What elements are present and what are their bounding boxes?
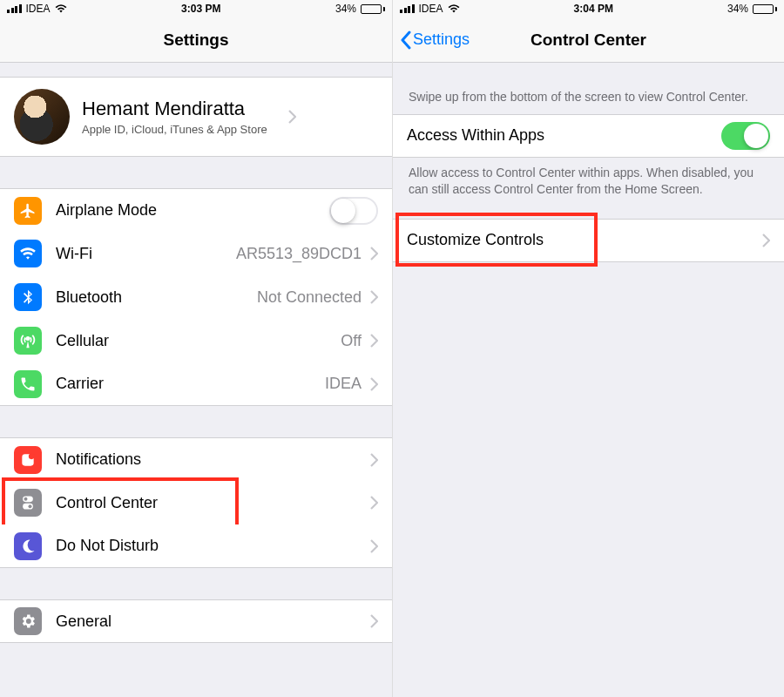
carrier-row[interactable]: Carrier IDEA (0, 362, 392, 406)
signal-icon (400, 4, 415, 13)
svg-point-3 (24, 497, 28, 501)
chevron-right-icon (762, 233, 770, 247)
chevron-right-icon (288, 110, 296, 124)
status-carrier: IDEA (26, 3, 51, 15)
cellular-label: Cellular (56, 332, 109, 350)
profile-subtitle-label: Apple ID, iCloud, iTunes & App Store (82, 123, 267, 136)
phone-icon (14, 370, 42, 398)
nav-bar: Settings Control Center (393, 17, 784, 63)
general-label: General (56, 612, 112, 631)
status-carrier: IDEA (419, 3, 443, 15)
status-battery-pct: 34% (727, 3, 748, 15)
status-bar: IDEA 3:03 PM 34% (0, 0, 392, 17)
status-time: 3:03 PM (67, 3, 335, 15)
airplane-label: Airplane Mode (56, 201, 157, 220)
control-center-icon (14, 489, 42, 517)
battery-icon (753, 4, 777, 14)
cellular-row[interactable]: Cellular Off (0, 319, 392, 362)
nav-title: Settings (0, 30, 392, 50)
bluetooth-row[interactable]: Bluetooth Not Connected (0, 275, 392, 319)
airplane-mode-row[interactable]: Airplane Mode (0, 188, 392, 232)
access-footer-note: Allow access to Control Center within ap… (393, 158, 784, 208)
avatar (14, 89, 70, 145)
wifi-row[interactable]: Wi-Fi AR5513_89DCD1 (0, 232, 392, 275)
status-battery-pct: 34% (335, 3, 356, 15)
back-label: Settings (413, 30, 470, 49)
carrier-label: Carrier (56, 375, 104, 393)
customize-label: Customize Controls (407, 231, 544, 249)
wifi-label: Wi-Fi (56, 245, 92, 263)
settings-screen: IDEA 3:03 PM 34% Settings Hemant Mendira… (0, 0, 392, 697)
chevron-right-icon (370, 496, 378, 510)
signal-icon (7, 4, 22, 13)
battery-icon (361, 4, 385, 14)
control-center-row[interactable]: Control Center (0, 481, 392, 524)
cellular-value: Off (341, 332, 362, 350)
status-time: 3:04 PM (460, 3, 727, 15)
chevron-left-icon (400, 30, 411, 50)
status-bar: IDEA 3:04 PM 34% (393, 0, 784, 17)
gear-icon (14, 607, 42, 635)
apple-id-row[interactable]: Hemant Mendiratta Apple ID, iCloud, iTun… (0, 77, 392, 157)
notifications-label: Notifications (56, 450, 141, 469)
wifi-icon (448, 3, 460, 14)
carrier-value: IDEA (325, 375, 362, 393)
chevron-right-icon (370, 453, 378, 467)
chevron-right-icon (370, 290, 378, 304)
control-center-screen: IDEA 3:04 PM 34% Settings Control Center… (392, 0, 784, 697)
notifications-icon (14, 446, 42, 474)
chevron-right-icon (370, 614, 378, 628)
dnd-label: Do Not Disturb (56, 537, 159, 555)
nav-bar: Settings (0, 17, 392, 63)
wifi-value: AR5513_89DCD1 (236, 245, 362, 263)
bluetooth-value: Not Connected (257, 288, 362, 307)
chevron-right-icon (370, 334, 378, 348)
chevron-right-icon (370, 247, 378, 261)
cellular-icon (14, 327, 42, 355)
access-toggle[interactable] (721, 122, 770, 150)
chevron-right-icon (370, 377, 378, 391)
general-row[interactable]: General (0, 599, 392, 643)
moon-icon (14, 532, 42, 560)
intro-note: Swipe up from the bottom of the screen t… (393, 63, 784, 114)
svg-point-1 (29, 453, 35, 459)
wifi-icon (55, 3, 67, 14)
do-not-disturb-row[interactable]: Do Not Disturb (0, 524, 392, 568)
customize-controls-row[interactable]: Customize Controls (393, 219, 784, 262)
access-label: Access Within Apps (407, 126, 544, 145)
profile-name-label: Hemant Mendiratta (82, 98, 267, 120)
chevron-right-icon (370, 539, 378, 553)
access-within-apps-row[interactable]: Access Within Apps (393, 114, 784, 158)
back-button[interactable]: Settings (393, 30, 475, 50)
airplane-toggle[interactable] (329, 197, 378, 225)
airplane-icon (14, 197, 42, 225)
wifi-settings-icon (14, 240, 42, 267)
svg-point-5 (29, 504, 32, 508)
notifications-row[interactable]: Notifications (0, 437, 392, 481)
bluetooth-icon (14, 283, 42, 311)
control-center-label: Control Center (56, 494, 158, 512)
bluetooth-label: Bluetooth (56, 288, 122, 307)
